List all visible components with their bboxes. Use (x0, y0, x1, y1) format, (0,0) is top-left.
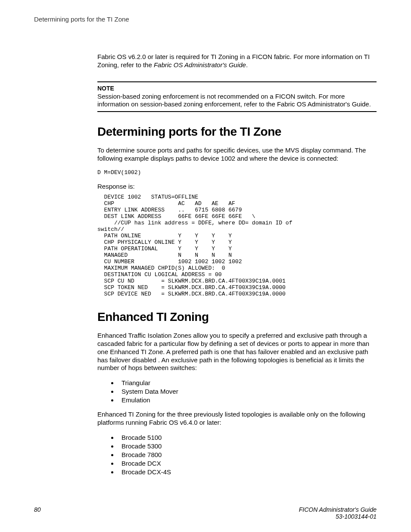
list-item: Emulation (118, 396, 377, 404)
topology-list: Triangular System Data Mover Emulation (109, 379, 377, 404)
sec1-paragraph: To determine source ports and paths for … (97, 146, 377, 163)
list-item: Brocade 5100 (118, 434, 377, 441)
list-item: Brocade DCX (118, 460, 377, 467)
sec2-paragraph-2: Enhanced TI Zoning for the three previou… (97, 411, 377, 427)
command-block: D M=DEV(1002) (97, 170, 377, 176)
note-body: Session-based zoning enforcement is not … (97, 93, 377, 109)
page-footer: 80 FICON Administrator's Guide 53-100314… (34, 506, 377, 520)
response-label: Response is: (97, 183, 377, 190)
intro-tail: . (246, 61, 248, 68)
list-item: Brocade 5300 (118, 442, 377, 450)
sec2-paragraph-1: Enhanced Traffic Isolation Zones allow y… (97, 332, 377, 372)
list-item: Brocade 7800 (118, 451, 377, 458)
heading-determining-ports: Determining ports for the TI Zone (97, 125, 377, 139)
page-number: 80 (34, 506, 41, 513)
list-item: Triangular (118, 379, 377, 386)
response-block: DEVICE 1002 STATUS=OFFLINE CHP AC AD AE … (97, 194, 377, 297)
running-head: Determining ports for the TI Zone (34, 16, 377, 23)
note-label: NOTE (97, 85, 377, 92)
note-rule-bottom (97, 111, 377, 112)
intro-guide-ref: Fabric OS Administrator's Guide (154, 61, 246, 68)
footer-title: FICON Administrator's Guide (299, 506, 377, 513)
list-item: System Data Mover (118, 388, 377, 395)
heading-enhanced-ti: Enhanced TI Zoning (97, 310, 377, 324)
note-rule-top (97, 81, 377, 82)
platform-list: Brocade 5100 Brocade 5300 Brocade 7800 B… (109, 434, 377, 476)
footer-docnum: 53-1003144-01 (299, 513, 377, 520)
list-item: Brocade DCX-4S (118, 468, 377, 476)
intro-paragraph: Fabric OS v6.2.0 or later is required fo… (97, 53, 377, 69)
